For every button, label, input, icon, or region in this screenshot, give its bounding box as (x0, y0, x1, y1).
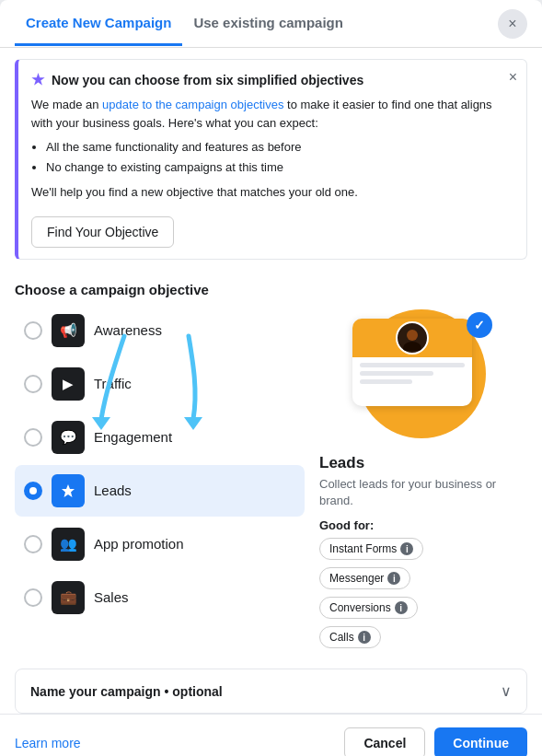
footer-actions: Cancel Continue (344, 727, 527, 756)
detail-title: Leads (319, 454, 524, 472)
radio-traffic (24, 375, 42, 393)
banner-close-button[interactable]: × (509, 69, 517, 86)
illus-line-1 (360, 363, 465, 367)
awareness-label: Awareness (94, 322, 162, 338)
tab-create-new[interactable]: Create New Campaign (15, 2, 182, 46)
objective-awareness[interactable]: 📢 Awareness (15, 305, 305, 356)
checkmark-badge: ✓ (467, 312, 492, 338)
radio-sales (24, 588, 42, 607)
radio-leads (24, 482, 42, 500)
illus-line-3 (360, 379, 412, 384)
app-promotion-label: App promotion (94, 536, 184, 552)
tag-instant-forms-label: Instant Forms (329, 542, 397, 555)
modal-footer: Learn more Cancel Continue (0, 714, 542, 756)
traffic-label: Traffic (94, 376, 132, 391)
tag-conversions: Conversions i (319, 597, 418, 619)
engagement-icon: 💬 (60, 429, 77, 446)
illus-line-2 (360, 371, 433, 376)
illus-card (352, 319, 472, 406)
campaign-objectives-link[interactable]: update to the campaign objectives (102, 98, 283, 111)
sales-icon-box: 💼 (52, 581, 85, 614)
engagement-icon-box: 💬 (52, 421, 85, 454)
tags-list: Instant Forms i Messenger i Conversions … (319, 538, 524, 654)
star-icon: ★ (31, 71, 44, 88)
detail-description: Collect leads for your business or brand… (319, 476, 524, 509)
radio-app-promotion (24, 535, 42, 553)
messenger-info-icon[interactable]: i (387, 572, 400, 585)
continue-button[interactable]: Continue (434, 727, 527, 756)
learn-more-link[interactable]: Learn more (15, 736, 81, 750)
banner-body: We made an update to the campaign object… (31, 96, 513, 132)
campaign-name-label: Name your campaign • optional (30, 684, 223, 699)
app-promotion-icon: 👥 (60, 536, 77, 552)
leads-label: Leads (94, 483, 132, 498)
bullet-2: No change to existing campaigns at this … (46, 157, 513, 178)
objective-engagement[interactable]: 💬 Engagement (15, 412, 305, 463)
radio-awareness (24, 321, 42, 340)
bullet-1: All the same functionality and features … (46, 137, 513, 157)
tag-calls-label: Calls (329, 631, 354, 644)
traffic-icon-box: ▶ (52, 367, 85, 401)
campaign-modal: Create New Campaign Use existing campaig… (0, 0, 542, 756)
sales-icon: 💼 (60, 589, 77, 606)
detail-panel: ✓ Leads Collect leads for your business … (316, 305, 527, 654)
leads-icon-box (52, 474, 85, 507)
leads-icon (60, 483, 76, 499)
modal-header: Create New Campaign Use existing campaig… (0, 0, 542, 48)
instant-forms-info-icon[interactable]: i (400, 542, 413, 555)
illus-card-body (352, 357, 472, 390)
tag-messenger: Messenger i (319, 567, 410, 589)
engagement-label: Engagement (94, 429, 172, 445)
banner-note: We'll help you find a new objective that… (31, 183, 513, 202)
objectives-list: 📢 Awareness ▶ Traffic 💬 Engagement (15, 305, 305, 654)
banner-bullets: All the same functionality and features … (46, 137, 513, 178)
tag-instant-forms: Instant Forms i (319, 538, 423, 560)
detail-illustration: ✓ (343, 305, 500, 443)
app-promotion-icon-box: 👥 (52, 528, 85, 561)
illus-card-top (352, 319, 472, 357)
modal-close-button[interactable]: × (498, 9, 527, 39)
objectives-area: 📢 Awareness ▶ Traffic 💬 Engagement (0, 305, 542, 654)
detail-info: Leads Collect leads for your business or… (316, 454, 527, 654)
tag-conversions-label: Conversions (329, 601, 391, 614)
campaign-name-section[interactable]: Name your campaign • optional ∨ (15, 669, 527, 714)
tag-messenger-label: Messenger (329, 572, 384, 585)
conversions-info-icon[interactable]: i (395, 601, 408, 614)
objective-app-promotion[interactable]: 👥 App promotion (15, 518, 305, 570)
traffic-icon: ▶ (63, 376, 74, 392)
good-for-label: Good for: (319, 518, 524, 532)
chevron-down-icon: ∨ (501, 682, 512, 700)
tab-use-existing[interactable]: Use existing campaign (182, 2, 354, 46)
info-banner: ★ Now you can choose from six simplified… (15, 59, 527, 260)
banner-title: Now you can choose from six simplified o… (52, 73, 363, 87)
tag-calls: Calls i (319, 626, 381, 648)
objective-traffic[interactable]: ▶ Traffic (15, 358, 305, 410)
banner-header: ★ Now you can choose from six simplified… (31, 71, 513, 88)
find-objective-button[interactable]: Find Your Objective (31, 216, 174, 248)
sales-label: Sales (94, 589, 129, 605)
radio-engagement (24, 428, 42, 447)
calls-info-icon[interactable]: i (358, 631, 371, 644)
awareness-icon-box: 📢 (52, 314, 85, 347)
cancel-button[interactable]: Cancel (344, 727, 425, 756)
objective-sales[interactable]: 💼 Sales (15, 572, 305, 623)
svg-point-1 (403, 342, 421, 351)
objective-leads[interactable]: Leads (15, 465, 305, 517)
avatar (396, 321, 429, 355)
svg-point-0 (407, 330, 418, 341)
awareness-icon: 📢 (60, 322, 77, 339)
section-title: Choose a campaign objective (0, 271, 542, 305)
avatar-svg (399, 325, 425, 351)
